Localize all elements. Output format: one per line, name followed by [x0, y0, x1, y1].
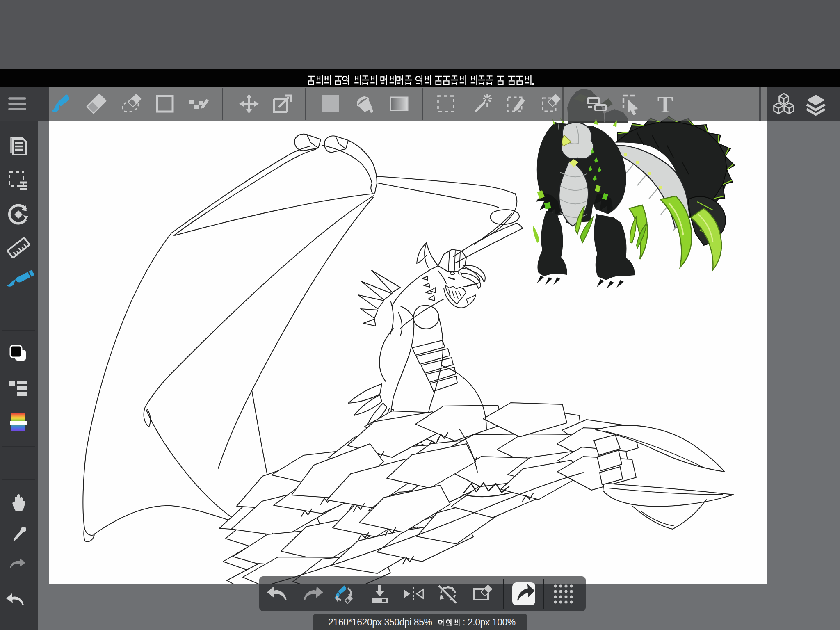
svg-text:: 2.0px 100%: : 2.0px 100% [463, 617, 516, 628]
svg-text:2160*1620px 350dpi 85%: 2160*1620px 350dpi 85% [328, 617, 432, 628]
svg-text:T: T [657, 91, 673, 118]
